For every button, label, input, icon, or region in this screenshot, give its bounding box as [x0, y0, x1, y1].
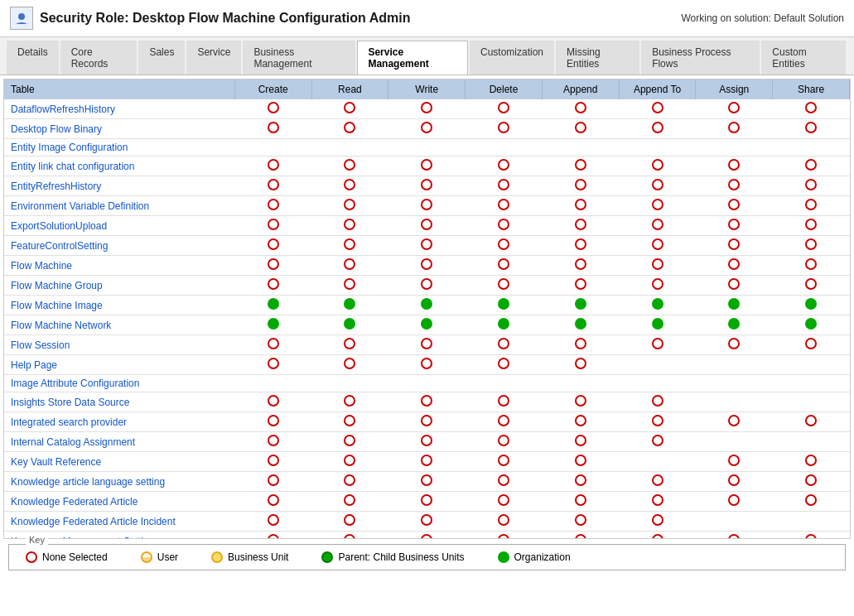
permission-cell-read[interactable]	[311, 236, 388, 256]
permission-cell-append[interactable]	[542, 532, 619, 539]
row-table-name[interactable]: Entity Image Configuration	[4, 139, 234, 156]
permission-cell-appendto[interactable]	[619, 335, 696, 355]
permission-cell-share[interactable]	[773, 216, 850, 236]
permission-cell-assign[interactable]	[696, 412, 773, 432]
permission-cell-appendto[interactable]	[619, 216, 696, 236]
tab-business-process-flows[interactable]: Business Process Flows	[641, 41, 760, 75]
row-table-name[interactable]: DataflowRefreshHistory	[4, 99, 234, 119]
permission-cell-assign[interactable]	[696, 156, 773, 176]
permission-cell-append[interactable]	[542, 99, 619, 119]
permission-cell-share[interactable]	[773, 236, 850, 256]
row-table-name[interactable]: Flow Session	[4, 335, 234, 355]
permission-cell-share[interactable]	[773, 492, 850, 512]
permission-cell-share[interactable]	[773, 392, 850, 412]
permission-cell-appendto[interactable]	[619, 452, 696, 472]
permission-cell-assign[interactable]	[696, 452, 773, 472]
permission-cell-appendto[interactable]	[619, 296, 696, 315]
permission-cell-append[interactable]	[542, 156, 619, 176]
permission-cell-delete[interactable]	[466, 412, 543, 432]
permission-cell-delete[interactable]	[466, 375, 543, 392]
row-table-name[interactable]: Insights Store Data Source	[4, 392, 234, 412]
permission-cell-append[interactable]	[542, 119, 619, 139]
permission-cell-assign[interactable]	[696, 99, 773, 119]
permission-cell-write[interactable]	[388, 335, 466, 355]
permission-cell-read[interactable]	[311, 276, 388, 296]
row-table-name[interactable]: Entity link chat configuration	[4, 156, 234, 176]
permission-cell-append[interactable]	[542, 315, 619, 335]
permission-cell-appendto[interactable]	[619, 432, 696, 452]
permission-cell-appendto[interactable]	[619, 355, 696, 375]
permission-cell-assign[interactable]	[696, 119, 773, 139]
permission-cell-create[interactable]	[234, 392, 311, 412]
tab-custom-entities[interactable]: Custom Entities	[761, 41, 846, 75]
permission-cell-read[interactable]	[311, 256, 388, 276]
permission-cell-delete[interactable]	[466, 99, 543, 119]
permission-cell-read[interactable]	[311, 196, 388, 216]
permission-cell-write[interactable]	[388, 256, 466, 276]
permission-cell-appendto[interactable]	[619, 392, 696, 412]
permission-cell-assign[interactable]	[696, 432, 773, 452]
permission-cell-write[interactable]	[388, 139, 466, 156]
permission-cell-assign[interactable]	[696, 315, 773, 335]
permission-cell-create[interactable]	[234, 256, 311, 276]
row-table-name[interactable]: Flow Machine Image	[4, 296, 234, 315]
permission-cell-share[interactable]	[773, 139, 850, 156]
row-table-name[interactable]: Integrated search provider	[4, 412, 234, 432]
permission-cell-appendto[interactable]	[619, 176, 696, 196]
permission-cell-write[interactable]	[388, 276, 466, 296]
tab-details[interactable]: Details	[7, 41, 59, 75]
permission-cell-append[interactable]	[542, 512, 619, 532]
permission-cell-write[interactable]	[388, 315, 466, 335]
permission-cell-create[interactable]	[234, 176, 311, 196]
permission-cell-share[interactable]	[773, 452, 850, 472]
permission-cell-read[interactable]	[311, 432, 388, 452]
permission-cell-share[interactable]	[773, 119, 850, 139]
permission-cell-append[interactable]	[542, 355, 619, 375]
permission-cell-assign[interactable]	[696, 532, 773, 539]
permission-cell-read[interactable]	[311, 452, 388, 472]
row-table-name[interactable]: Knowledge Federated Article Incident	[4, 512, 234, 532]
permission-cell-assign[interactable]	[696, 392, 773, 412]
permission-cell-write[interactable]	[388, 296, 466, 315]
row-table-name[interactable]: Internal Catalog Assignment	[4, 432, 234, 452]
permission-cell-assign[interactable]	[696, 276, 773, 296]
permission-cell-read[interactable]	[311, 216, 388, 236]
permission-cell-appendto[interactable]	[619, 492, 696, 512]
permission-cell-create[interactable]	[234, 335, 311, 355]
permission-cell-appendto[interactable]	[619, 375, 696, 392]
permission-cell-appendto[interactable]	[619, 236, 696, 256]
tab-service-management[interactable]: Service Management	[357, 41, 468, 75]
permission-cell-share[interactable]	[773, 335, 850, 355]
permission-cell-appendto[interactable]	[619, 472, 696, 492]
permission-cell-append[interactable]	[542, 276, 619, 296]
permission-cell-appendto[interactable]	[619, 139, 696, 156]
permission-cell-write[interactable]	[388, 119, 466, 139]
permission-cell-write[interactable]	[388, 532, 466, 539]
permission-cell-share[interactable]	[773, 256, 850, 276]
permission-cell-appendto[interactable]	[619, 156, 696, 176]
permission-cell-assign[interactable]	[696, 355, 773, 375]
permission-cell-write[interactable]	[388, 472, 466, 492]
permission-cell-append[interactable]	[542, 452, 619, 472]
permission-cell-read[interactable]	[311, 99, 388, 119]
table-container[interactable]: TableCreateReadWriteDeleteAppendAppend T…	[4, 79, 850, 538]
permission-cell-append[interactable]	[542, 375, 619, 392]
permission-cell-delete[interactable]	[466, 392, 543, 412]
tab-sales[interactable]: Sales	[138, 41, 185, 75]
permission-cell-read[interactable]	[311, 355, 388, 375]
permission-cell-appendto[interactable]	[619, 276, 696, 296]
row-table-name[interactable]: EntityRefreshHistory	[4, 176, 234, 196]
permission-cell-share[interactable]	[773, 296, 850, 315]
permission-cell-delete[interactable]	[466, 156, 543, 176]
permission-cell-appendto[interactable]	[619, 512, 696, 532]
permission-cell-read[interactable]	[311, 392, 388, 412]
permission-cell-delete[interactable]	[466, 355, 543, 375]
permission-cell-delete[interactable]	[466, 236, 543, 256]
permission-cell-append[interactable]	[542, 176, 619, 196]
permission-cell-append[interactable]	[542, 492, 619, 512]
permission-cell-read[interactable]	[311, 412, 388, 432]
permission-cell-share[interactable]	[773, 532, 850, 539]
permission-cell-append[interactable]	[542, 256, 619, 276]
tab-core-records[interactable]: Core Records	[60, 41, 138, 75]
permission-cell-share[interactable]	[773, 315, 850, 335]
